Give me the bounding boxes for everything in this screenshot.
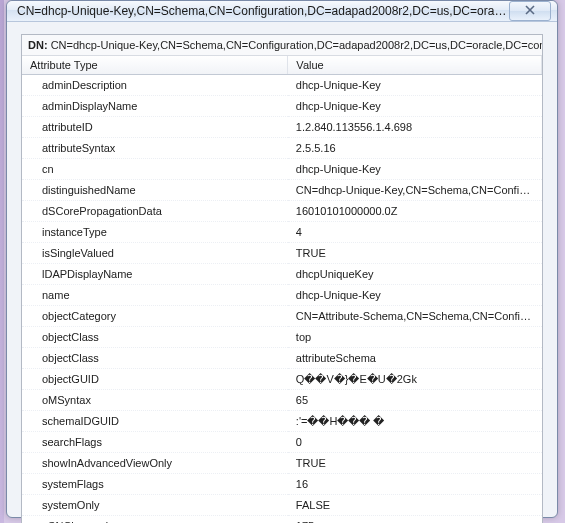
close-button[interactable] [509,1,551,21]
attr-name-cell: objectGUID [22,369,288,390]
attr-name-cell: adminDisplayName [22,96,288,117]
attribute-table-scroll[interactable]: Attribute Type Value adminDescriptiondhc… [22,56,542,523]
attr-name-cell: objectCategory [22,306,288,327]
table-row[interactable]: attributeID1.2.840.113556.1.4.698 [22,117,542,138]
attr-value-cell: FALSE [288,495,542,516]
table-row[interactable]: instanceType4 [22,222,542,243]
attr-value-cell: CN=dhcp-Unique-Key,CN=Schema,CN=Configur… [288,180,542,201]
attr-value-cell: 2.5.5.16 [288,138,542,159]
col-attribute-type[interactable]: Attribute Type [22,56,288,75]
attr-name-cell: systemFlags [22,474,288,495]
attr-value-cell: dhcp-Unique-Key [288,285,542,306]
attr-name-cell: distinguishedName [22,180,288,201]
attr-name-cell: cn [22,159,288,180]
dn-label: DN: [28,39,48,51]
dialog-body: DN: CN=dhcp-Unique-Key,CN=Schema,CN=Conf… [7,22,557,523]
table-row[interactable]: schemaIDGUID:'=��H��� � [22,411,542,432]
attr-name-cell: dSCorePropagationData [22,201,288,222]
table-row[interactable]: adminDisplayNamedhcp-Unique-Key [22,96,542,117]
attr-name-cell: lDAPDisplayName [22,264,288,285]
attr-value-cell: 0 [288,432,542,453]
attr-value-cell: 16010101000000.0Z [288,201,542,222]
table-row[interactable]: uSNChanged175 [22,516,542,524]
attr-value-cell: TRUE [288,243,542,264]
table-row[interactable]: oMSyntax65 [22,390,542,411]
table-row[interactable]: attributeSyntax2.5.5.16 [22,138,542,159]
attr-name-cell: uSNChanged [22,516,288,524]
dialog-window: CN=dhcp-Unique-Key,CN=Schema,CN=Configur… [6,0,558,518]
table-row[interactable]: showInAdvancedViewOnlyTRUE [22,453,542,474]
attr-name-cell: attributeID [22,117,288,138]
attr-name-cell: instanceType [22,222,288,243]
attr-value-cell: dhcp-Unique-Key [288,159,542,180]
attr-name-cell: attributeSyntax [22,138,288,159]
titlebar[interactable]: CN=dhcp-Unique-Key,CN=Schema,CN=Configur… [7,1,557,22]
table-row[interactable]: systemOnlyFALSE [22,495,542,516]
table-row[interactable]: objectClasstop [22,327,542,348]
attr-value-cell: TRUE [288,453,542,474]
attr-name-cell: oMSyntax [22,390,288,411]
attr-name-cell: schemaIDGUID [22,411,288,432]
window-title: CN=dhcp-Unique-Key,CN=Schema,CN=Configur… [17,4,509,18]
attr-value-cell: Q��V�}�E�U�2Gk [288,369,542,390]
attr-name-cell: searchFlags [22,432,288,453]
attr-name-cell: systemOnly [22,495,288,516]
attr-name-cell: objectClass [22,348,288,369]
attr-name-cell: adminDescription [22,75,288,96]
attr-value-cell: 65 [288,390,542,411]
dn-value: CN=dhcp-Unique-Key,CN=Schema,CN=Configur… [51,39,542,51]
attr-value-cell: 175 [288,516,542,524]
attribute-table: Attribute Type Value adminDescriptiondhc… [22,56,542,523]
table-row[interactable]: objectCategoryCN=Attribute-Schema,CN=Sch… [22,306,542,327]
close-icon [525,5,535,17]
attr-value-cell: CN=Attribute-Schema,CN=Schema,CN=Configu… [288,306,542,327]
table-row[interactable]: adminDescriptiondhcp-Unique-Key [22,75,542,96]
attr-value-cell: dhcp-Unique-Key [288,75,542,96]
attr-value-cell: dhcp-Unique-Key [288,96,542,117]
attr-name-cell: name [22,285,288,306]
table-row[interactable]: dSCorePropagationData16010101000000.0Z [22,201,542,222]
dn-row: DN: CN=dhcp-Unique-Key,CN=Schema,CN=Conf… [22,35,542,56]
table-row[interactable]: searchFlags0 [22,432,542,453]
table-row[interactable]: systemFlags16 [22,474,542,495]
table-row[interactable]: distinguishedNameCN=dhcp-Unique-Key,CN=S… [22,180,542,201]
attr-value-cell: 16 [288,474,542,495]
attr-value-cell: 4 [288,222,542,243]
attribute-panel: DN: CN=dhcp-Unique-Key,CN=Schema,CN=Conf… [21,34,543,523]
attr-value-cell: 1.2.840.113556.1.4.698 [288,117,542,138]
attr-name-cell: objectClass [22,327,288,348]
table-row[interactable]: isSingleValuedTRUE [22,243,542,264]
attr-name-cell: showInAdvancedViewOnly [22,453,288,474]
table-row[interactable]: cndhcp-Unique-Key [22,159,542,180]
table-row[interactable]: objectGUIDQ��V�}�E�U�2Gk [22,369,542,390]
col-value[interactable]: Value [288,56,542,75]
table-row[interactable]: lDAPDisplayNamedhcpUniqueKey [22,264,542,285]
attr-value-cell: :'=��H��� � [288,411,542,432]
attr-value-cell: attributeSchema [288,348,542,369]
table-row[interactable]: objectClassattributeSchema [22,348,542,369]
attr-value-cell: dhcpUniqueKey [288,264,542,285]
attr-name-cell: isSingleValued [22,243,288,264]
attr-value-cell: top [288,327,542,348]
table-row[interactable]: namedhcp-Unique-Key [22,285,542,306]
